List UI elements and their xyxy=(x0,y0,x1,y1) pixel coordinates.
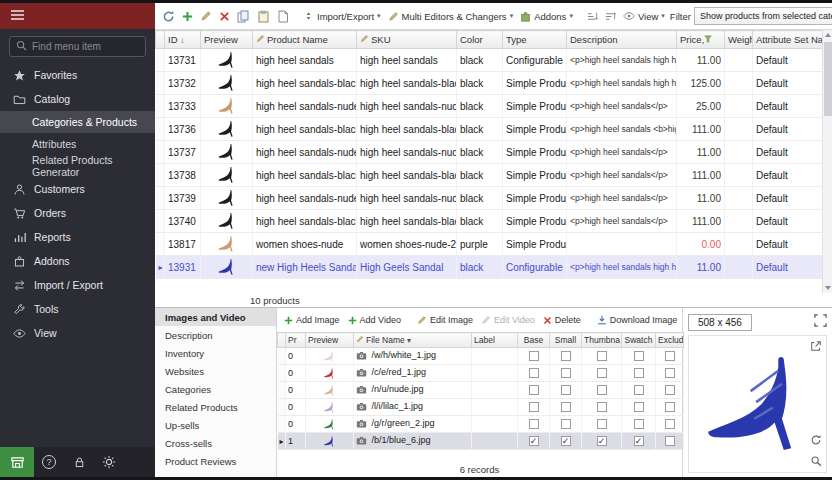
swatch-checkbox[interactable] xyxy=(634,419,644,429)
sidebar-item-related-products-generator[interactable]: Related Products Generator xyxy=(0,155,155,177)
col-preview[interactable]: Preview xyxy=(306,333,354,348)
col-thumbnail[interactable]: Thumbna xyxy=(582,333,622,348)
col-sku[interactable]: SKU xyxy=(357,31,457,49)
small-checkbox[interactable] xyxy=(561,368,571,378)
col-pr[interactable]: Pr xyxy=(286,333,306,348)
table-row[interactable]: ▸ 1 /b/1/blue_6.jpg ✓ xyxy=(278,433,684,450)
addons-menu[interactable]: Addons▾ xyxy=(518,9,575,24)
col-file-name[interactable]: File Name ▾ xyxy=(354,333,472,348)
col-preview[interactable]: Preview xyxy=(201,31,253,49)
col-type[interactable]: Type xyxy=(503,31,567,49)
table-row[interactable]: 0 /l/i/lilac_1.jpg xyxy=(278,399,684,416)
paste-button[interactable] xyxy=(255,8,272,25)
hamburger-menu-icon[interactable] xyxy=(10,9,25,23)
table-row[interactable]: 13732 high heel sandals-black high heel … xyxy=(156,72,823,95)
thumbnail-checkbox[interactable] xyxy=(597,419,607,429)
table-row[interactable]: 13740 high heel sandals-black-38 high he… xyxy=(156,210,823,233)
table-row[interactable]: 13738 high heel sandals-black-37 high he… xyxy=(156,164,823,187)
scrollbar-thumb[interactable] xyxy=(824,42,832,116)
sidebar-item-attributes[interactable]: Attributes xyxy=(0,133,155,155)
detail-tab[interactable]: Description xyxy=(155,326,276,344)
detail-tab[interactable]: Related Products xyxy=(155,398,276,416)
table-row[interactable]: 13731 high heel sandals high heel sandal… xyxy=(156,49,823,72)
detail-tab[interactable]: Websites xyxy=(155,362,276,380)
add-button[interactable] xyxy=(180,9,195,24)
col-exclude[interactable]: Exclude xyxy=(656,333,684,348)
refresh-button[interactable] xyxy=(160,8,177,25)
sort-asc-button[interactable] xyxy=(585,9,600,24)
rotate-icon[interactable] xyxy=(808,432,824,448)
open-external-icon[interactable] xyxy=(808,338,824,354)
col-color[interactable]: Color xyxy=(457,31,503,49)
swatch-checkbox[interactable] xyxy=(634,368,644,378)
detail-tab[interactable]: Categories xyxy=(155,380,276,398)
sidebar-item-customers[interactable]: Customers xyxy=(0,177,155,201)
search-input[interactable] xyxy=(32,41,139,52)
sort-desc-button[interactable] xyxy=(603,9,618,24)
copy-button[interactable] xyxy=(235,8,252,25)
col-price[interactable]: Price, xyxy=(677,31,725,49)
table-row[interactable]: ▸ 13931 new High Heels Sandals High Geel… xyxy=(156,256,823,279)
sidebar-item-reports[interactable]: Reports xyxy=(0,225,155,249)
scroll-down-icon[interactable] xyxy=(823,283,832,293)
small-checkbox[interactable] xyxy=(561,402,571,412)
filter-select[interactable]: Show products from selected categories▾ xyxy=(694,7,832,25)
edit-image-button[interactable]: Edit Image xyxy=(415,313,475,327)
base-checkbox[interactable] xyxy=(529,351,539,361)
exclude-checkbox[interactable] xyxy=(665,385,675,395)
delete-image-button[interactable]: Delete xyxy=(541,313,583,327)
base-checkbox[interactable]: ✓ xyxy=(529,436,539,446)
import-export-menu[interactable]: Import/Export▾ xyxy=(301,8,383,24)
small-checkbox[interactable] xyxy=(561,351,571,361)
detail-tab[interactable]: Images and Video xyxy=(155,308,276,326)
detail-tab[interactable]: Up-sells xyxy=(155,416,276,434)
edit-video-button[interactable]: Edit Video xyxy=(479,313,537,327)
col-weight[interactable]: Weight xyxy=(725,31,753,49)
image-preview[interactable] xyxy=(688,335,827,473)
exclude-checkbox[interactable] xyxy=(665,419,675,429)
help-icon[interactable]: ? xyxy=(34,447,64,477)
gear-icon[interactable] xyxy=(94,447,124,477)
detail-tab[interactable]: Cross-sells xyxy=(155,434,276,452)
add-video-button[interactable]: Add Video xyxy=(346,313,403,327)
vertical-scrollbar[interactable] xyxy=(822,30,832,293)
delete-button[interactable] xyxy=(217,9,232,24)
scroll-up-icon[interactable] xyxy=(823,30,832,40)
fullscreen-icon[interactable] xyxy=(814,313,827,331)
detail-tab[interactable]: Product Reviews xyxy=(155,452,276,470)
base-checkbox[interactable] xyxy=(529,419,539,429)
table-row[interactable]: 0 /c/e/red_1.jpg xyxy=(278,365,684,382)
table-row[interactable]: 13817 women shoes-nude women shoes-nude-… xyxy=(156,233,823,256)
sidebar-item-catalog[interactable]: Catalog xyxy=(0,87,155,111)
swatch-checkbox[interactable] xyxy=(634,351,644,361)
table-row[interactable]: 0 /w/h/white_1.jpg xyxy=(278,348,684,365)
download-image-button[interactable]: Download Image xyxy=(595,313,680,327)
exclude-checkbox[interactable] xyxy=(665,351,675,361)
sidebar-item-import-export[interactable]: Import / Export xyxy=(0,273,155,297)
add-image-button[interactable]: Add Image xyxy=(282,313,342,327)
base-checkbox[interactable] xyxy=(529,368,539,378)
base-checkbox[interactable] xyxy=(529,385,539,395)
sidebar-item-tools[interactable]: Tools xyxy=(0,297,155,321)
zoom-icon[interactable] xyxy=(808,453,824,469)
exclude-checkbox[interactable] xyxy=(665,402,675,412)
table-row[interactable]: 13733 high heel sandals-nude high heel s… xyxy=(156,95,823,118)
table-row[interactable]: 13737 high heel sandals-nude-36 high hee… xyxy=(156,141,823,164)
exclude-checkbox[interactable] xyxy=(665,368,675,378)
store-button[interactable] xyxy=(0,447,34,477)
small-checkbox[interactable] xyxy=(561,419,571,429)
sidebar-item-addons[interactable]: Addons xyxy=(0,249,155,273)
col-swatch[interactable]: Swatch xyxy=(622,333,656,348)
thumbnail-checkbox[interactable]: ✓ xyxy=(597,436,607,446)
multi-editors-menu[interactable]: Multi Editors & Changers▾ xyxy=(386,9,516,24)
col-small[interactable]: Small xyxy=(550,333,582,348)
table-row[interactable]: 0 /g/r/green_2.jpg xyxy=(278,416,684,433)
exclude-checkbox[interactable] xyxy=(665,436,675,446)
thumbnail-checkbox[interactable] xyxy=(597,368,607,378)
small-checkbox[interactable] xyxy=(561,385,571,395)
thumbnail-checkbox[interactable] xyxy=(597,402,607,412)
table-row[interactable]: 0 /n/u/nude.jpg xyxy=(278,382,684,399)
swatch-checkbox[interactable]: ✓ xyxy=(634,436,644,446)
document-button[interactable] xyxy=(275,8,291,25)
sidebar-item-orders[interactable]: Orders xyxy=(0,201,155,225)
